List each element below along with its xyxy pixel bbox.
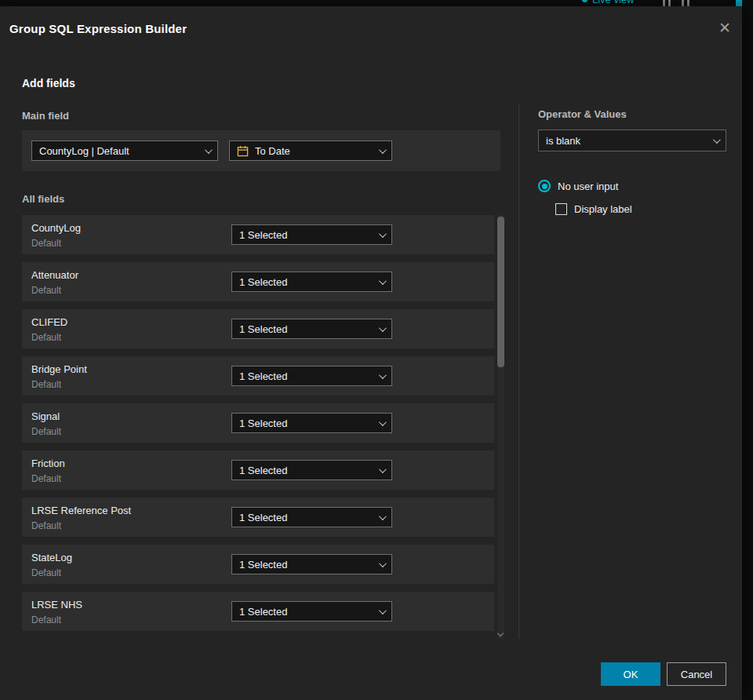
field-subtitle: Default — [31, 332, 61, 343]
live-view-label: Live view — [592, 0, 634, 5]
panel-toggle-icon[interactable] — [682, 0, 689, 6]
chevron-down-icon — [379, 324, 387, 332]
chevron-down-icon — [379, 465, 387, 473]
field-name: Bridge Point — [31, 363, 87, 375]
field-subtitle: Default — [31, 285, 61, 296]
chevron-down-icon — [713, 136, 721, 144]
chevron-down-icon — [379, 560, 387, 567]
display-label-checkbox[interactable]: Display label — [555, 203, 632, 215]
chevron-down-icon — [379, 146, 387, 154]
field-row: StateLog Default 1 Selected — [22, 545, 494, 584]
column-divider — [518, 104, 519, 639]
all-fields-list: CountyLog Default 1 Selected Attenuator … — [22, 215, 494, 639]
radio-selected-icon — [538, 180, 551, 192]
field-row: CLIFED Default 1 Selected — [22, 309, 494, 348]
field-row: Bridge Point Default 1 Selected — [22, 356, 494, 396]
field-selected-value: 1 Selected — [239, 465, 373, 476]
field-subtitle: Default — [31, 238, 61, 249]
field-selected-dropdown[interactable]: 1 Selected — [231, 366, 392, 386]
main-field-panel: CountyLog | Default To Date — [22, 130, 500, 171]
field-subtitle: Default — [31, 379, 61, 390]
field-row: Friction Default 1 Selected — [22, 450, 494, 490]
panel-toggle-icon[interactable] — [663, 0, 671, 6]
field-name: CLIFED — [31, 316, 67, 328]
field-selected-dropdown[interactable]: 1 Selected — [231, 319, 392, 339]
scrollbar-thumb[interactable] — [497, 217, 504, 367]
field-selected-dropdown[interactable]: 1 Selected — [231, 554, 392, 574]
field-subtitle: Default — [31, 567, 61, 578]
field-name: Signal — [31, 410, 60, 422]
field-selected-dropdown[interactable]: 1 Selected — [231, 507, 392, 527]
field-name: CountyLog — [31, 222, 81, 234]
cancel-button[interactable]: Cancel — [667, 662, 726, 686]
field-selected-dropdown[interactable]: 1 Selected — [231, 601, 392, 622]
chevron-down-icon — [379, 607, 387, 614]
all-fields-label: All fields — [22, 193, 64, 205]
field-row: LRSE NHS Default 1 Selected — [22, 592, 494, 631]
chevron-down-icon — [379, 277, 387, 285]
fields-scrollbar[interactable] — [497, 215, 504, 639]
scrollbar-down-arrow-icon[interactable] — [497, 630, 504, 636]
operator-dropdown-value: is blank — [546, 135, 707, 147]
field-selected-dropdown[interactable]: 1 Selected — [231, 413, 392, 433]
operator-values-label: Operator & Values — [538, 108, 627, 120]
dialog-title: Group SQL Expression Builder — [9, 22, 187, 35]
app-toolbar-strip: Live view — [0, 0, 753, 6]
field-selected-value: 1 Selected — [239, 229, 373, 241]
group-sql-expression-builder-dialog: Group SQL Expression Builder ✕ Add field… — [0, 6, 742, 700]
toolbar-icons — [663, 0, 689, 6]
operator-dropdown[interactable]: is blank — [538, 129, 726, 151]
field-selected-value: 1 Selected — [239, 417, 373, 429]
ok-button[interactable]: OK — [601, 662, 660, 686]
radio-label: No user input — [558, 180, 618, 192]
chevron-down-icon — [379, 418, 387, 426]
field-subtitle: Default — [31, 426, 61, 437]
field-name: Friction — [31, 458, 65, 469]
close-icon[interactable]: ✕ — [718, 20, 731, 35]
checkbox-label: Display label — [574, 203, 632, 215]
field-selected-value: 1 Selected — [239, 606, 373, 618]
field-subtitle: Default — [31, 520, 61, 531]
app-background — [742, 0, 753, 700]
field-name: LRSE NHS — [31, 599, 82, 611]
add-fields-heading: Add fields — [22, 77, 75, 89]
date-dropdown-value: To Date — [255, 145, 373, 157]
chevron-down-icon — [379, 512, 387, 520]
no-user-input-radio[interactable]: No user input — [538, 180, 618, 192]
field-selected-value: 1 Selected — [239, 370, 373, 382]
main-field-label: Main field — [22, 110, 69, 122]
main-field-dropdown-value: CountyLog | Default — [39, 145, 198, 157]
checkbox-unchecked-icon — [555, 203, 567, 215]
chevron-down-icon — [379, 230, 387, 238]
field-row: Attenuator Default 1 Selected — [22, 262, 494, 301]
field-row: CountyLog Default 1 Selected — [22, 215, 494, 254]
field-selected-dropdown[interactable]: 1 Selected — [231, 224, 392, 245]
field-subtitle: Default — [31, 473, 61, 484]
field-name: Attenuator — [31, 269, 78, 281]
calendar-icon — [237, 145, 249, 157]
date-field-dropdown[interactable]: To Date — [229, 140, 392, 161]
field-selected-value: 1 Selected — [239, 512, 373, 523]
field-name: LRSE Reference Post — [31, 505, 131, 516]
field-row: LRSE Reference Post Default 1 Selected — [22, 498, 494, 537]
field-selected-value: 1 Selected — [239, 323, 373, 335]
chevron-down-icon — [379, 371, 387, 379]
main-field-dropdown[interactable]: CountyLog | Default — [31, 140, 218, 161]
field-selected-value: 1 Selected — [239, 276, 373, 288]
chevron-down-icon — [205, 146, 213, 154]
live-view-toggle[interactable]: Live view — [582, 0, 634, 5]
field-name: StateLog — [31, 552, 72, 563]
live-view-dot-icon — [582, 0, 587, 2]
field-row: Signal Default 1 Selected — [22, 403, 494, 443]
field-selected-dropdown[interactable]: 1 Selected — [231, 460, 392, 480]
field-subtitle: Default — [31, 614, 61, 625]
field-selected-value: 1 Selected — [239, 559, 373, 571]
field-selected-dropdown[interactable]: 1 Selected — [231, 272, 392, 292]
